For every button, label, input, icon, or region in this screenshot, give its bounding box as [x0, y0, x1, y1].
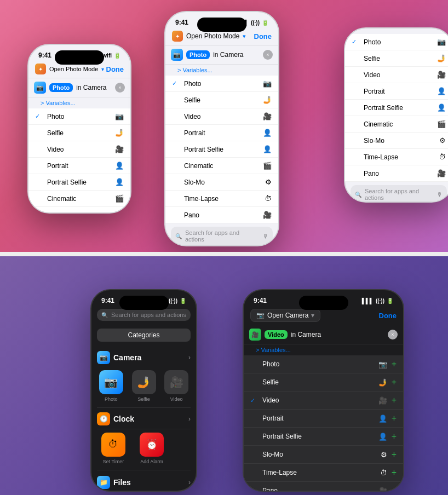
menu-item-portrait-selfie-center[interactable]: Portrait Selfie 👤	[165, 141, 278, 158]
cinematic-icon-center: 🎬	[263, 162, 272, 170]
dynamic-island-center	[197, 18, 246, 32]
menu-item-timelapse-br[interactable]: Time-Lapse ⏱ +	[244, 464, 403, 482]
plus-video-br[interactable]: +	[392, 395, 397, 405]
menu-item-portrait-br[interactable]: Portrait 👤 +	[244, 410, 403, 428]
open-camera-label: Open Camera	[267, 312, 308, 319]
menu-item-cinematic-center[interactable]: Cinematic 🎬	[165, 158, 278, 174]
menu-item-portrait-selfie-br[interactable]: Portrait Selfie 👤 +	[244, 428, 403, 446]
menu-item-cinematic-right[interactable]: Cinematic 🎬	[345, 116, 448, 133]
selfie-icon-br: 🤳	[378, 378, 387, 387]
check-video-br: ✓	[250, 397, 258, 404]
plus-photo-br[interactable]: +	[392, 359, 397, 369]
plus-portrait-br[interactable]: +	[392, 413, 397, 423]
menu-item-selfie-br[interactable]: Selfie 🤳 +	[244, 373, 403, 392]
plus-pano-br[interactable]: +	[392, 486, 397, 492]
clock-chevron-icon: ›	[188, 415, 191, 423]
set-timer-icon: ⏱	[101, 433, 125, 457]
photo-app-tile[interactable]: 📷 Photo	[97, 370, 125, 402]
menu-item-timelapse-right[interactable]: Time-Lapse ⏱	[345, 149, 448, 165]
set-timer-label: Set Timer	[103, 459, 124, 464]
menu-item-photo-br[interactable]: Photo 📷 +	[244, 355, 403, 373]
menu-item-cinematic-left[interactable]: Cinematic 🎬	[28, 191, 130, 207]
portrait-icon-right: 👤	[437, 87, 446, 95]
menu-item-pano-right[interactable]: Pano 🎥	[345, 165, 448, 182]
search-icon-center: 🔍	[175, 233, 182, 239]
menu-item-slomo-left[interactable]: Slo-Mo ⚙	[28, 207, 130, 214]
menu-item-photo-right[interactable]: ✓ Photo 📷	[345, 34, 448, 50]
search-bar-center[interactable]: 🔍 Search for apps and actions 🎙	[171, 227, 273, 245]
categories-section: Categories	[91, 324, 196, 346]
plus-timelapse-br[interactable]: +	[392, 468, 397, 477]
menu-item-portrait-selfie-left[interactable]: Portrait Selfie 👤	[28, 174, 130, 191]
action-row-bottom-right: 🎥 Video in Camera ×	[244, 325, 403, 344]
in-camera-text-left: in Camera	[76, 84, 106, 91]
portrait-selfie-icon-br: 👤	[378, 433, 387, 441]
menu-item-video-center[interactable]: Video 🎥	[165, 108, 278, 125]
menu-item-portrait-right[interactable]: Portrait 👤	[345, 83, 448, 100]
portrait-selfie-icon-center: 👤	[263, 145, 272, 153]
plus-portrait-selfie-br[interactable]: +	[392, 431, 397, 441]
video-chip-bottom-right[interactable]: Video	[265, 330, 288, 339]
search-bar-right[interactable]: 🔍 Search for apps and actions 🎙	[351, 185, 447, 203]
variables-row-left[interactable]: > Variables...	[28, 97, 130, 108]
slomo-icon-br: ⚙	[381, 451, 387, 459]
menu-list-bottom-right: Photo 📷 + Selfie 🤳 + ✓ Video 🎥 + Portrai…	[244, 355, 403, 492]
search-icon-right: 🔍	[355, 192, 361, 198]
menu-item-photo-center[interactable]: ✓ Photo 📷	[165, 76, 278, 92]
done-button-left[interactable]: Done	[106, 65, 124, 73]
photo-tile-label: Photo	[105, 396, 118, 402]
mic-icon-right[interactable]: 🎙	[436, 191, 443, 198]
menu-item-pano-center[interactable]: Pano 🎥	[165, 207, 278, 223]
search-bar-bottom-left[interactable]: 🔍 Search for apps and actions	[97, 309, 191, 321]
open-camera-chip[interactable]: 📷 Open Camera ▾	[250, 309, 320, 322]
photo-chip-center[interactable]: Photo	[186, 50, 210, 59]
video-app-tile[interactable]: 🎥 Video	[162, 370, 191, 402]
video-icon-left: 🎥	[115, 145, 124, 153]
cinematic-icon-right: 🎬	[437, 120, 446, 128]
camera-chevron-icon: ›	[188, 354, 191, 361]
done-button-bottom-right[interactable]: Done	[379, 312, 397, 320]
menu-item-pano-br[interactable]: Pano 🎥 +	[244, 482, 403, 492]
add-alarm-tile[interactable]: ⏰ Add Alarm	[135, 433, 168, 464]
variables-row-center[interactable]: > Variables...	[165, 65, 278, 76]
close-btn-center[interactable]: ×	[263, 50, 273, 60]
video-tile-label: Video	[170, 396, 183, 402]
done-button-center[interactable]: Done	[254, 32, 272, 41]
camera-icon-center: 📷	[171, 49, 183, 61]
menu-item-portrait-left[interactable]: Portrait 👤	[28, 158, 130, 174]
slomo-icon-left: ⚙	[117, 211, 124, 214]
check-icon-left: ✓	[35, 113, 43, 120]
menu-item-slomo-center[interactable]: Slo-Mo ⚙	[165, 174, 278, 191]
close-btn-bottom-right[interactable]: ×	[388, 330, 398, 339]
video-icon-br: 🎥	[378, 396, 387, 405]
plus-slomo-br[interactable]: +	[392, 450, 397, 459]
menu-item-video-right[interactable]: Video 🎥	[345, 67, 448, 83]
mic-icon-center[interactable]: 🎙	[262, 233, 268, 239]
phone-left-bottom: 9:41 ▌▌▌ ((·)) 🔋 🔍 Search for apps and a…	[90, 289, 197, 492]
pano-icon-br: 🎥	[378, 487, 387, 492]
menu-item-selfie-right[interactable]: Selfie 🤳	[345, 50, 448, 67]
clock-section-title: Clock	[113, 415, 185, 423]
menu-item-selfie-center[interactable]: Selfie 🤳	[165, 92, 278, 108]
close-btn-left[interactable]: ×	[115, 83, 125, 93]
variables-row-bottom-right[interactable]: > Variables...	[244, 344, 403, 355]
plus-selfie-br[interactable]: +	[392, 377, 397, 387]
menu-item-portrait-selfie-right[interactable]: Portrait Selfie 👤	[345, 100, 448, 116]
selfie-app-tile[interactable]: 🤳 Selfie	[130, 370, 158, 402]
phone-center-top: 9:41 ▌▌▌ ((·)) 🔋 ✦ Open Photo Mode ▾ Don…	[164, 11, 279, 246]
menu-item-video-br[interactable]: ✓ Video 🎥 +	[244, 392, 403, 410]
camera-apps-grid: 📷 Photo 🤳 Selfie 🎥 Video	[97, 367, 191, 405]
menu-item-portrait-center[interactable]: Portrait 👤	[165, 125, 278, 141]
menu-item-timelapse-center[interactable]: Time-Lapse ⏱	[165, 191, 278, 207]
categories-button[interactable]: Categories	[97, 329, 191, 342]
menu-item-selfie-left[interactable]: Selfie 🤳	[28, 125, 130, 141]
dynamic-island-bottom-left	[119, 296, 169, 310]
photo-chip-left[interactable]: Photo	[49, 83, 73, 92]
in-camera-text-center: in Camera	[213, 51, 243, 59]
menu-item-photo-left[interactable]: ✓ Photo 📷	[28, 108, 130, 125]
menu-item-video-left[interactable]: Video 🎥	[28, 141, 130, 158]
open-photo-mode-label-left: ✦ Open Photo Mode ▾	[35, 64, 104, 74]
set-timer-tile[interactable]: ⏱ Set Timer	[97, 433, 130, 464]
menu-item-slomo-right[interactable]: Slo-Mo ⚙	[345, 133, 448, 149]
menu-item-slomo-br[interactable]: Slo-Mo ⚙ +	[244, 446, 403, 464]
